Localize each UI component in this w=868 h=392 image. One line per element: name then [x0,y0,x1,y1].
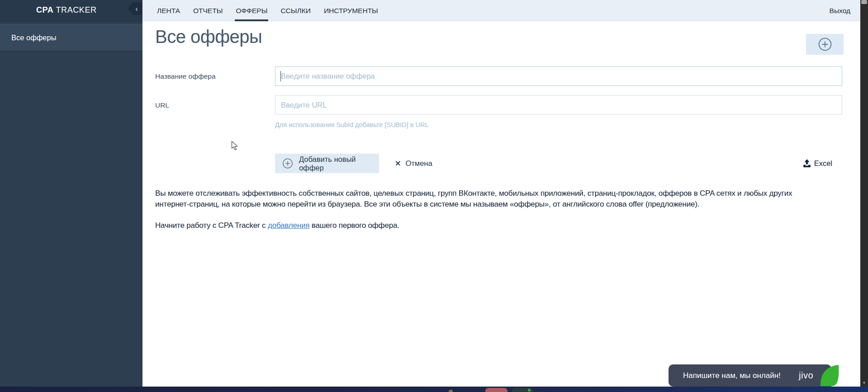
top-navigation: ЛЕНТА ОТЧЕТЫ ОФФЕРЫ ССЫЛКИ ИНСТРУМЕНТЫ В… [142,0,860,21]
tab-otchety[interactable]: ОТЧЕТЫ [192,0,223,21]
chat-widget[interactable]: Напишите нам, мы онлайн! jivo [669,364,840,387]
scroll-down-arrow-icon[interactable]: ▼ [860,381,868,385]
excel-export-button[interactable]: Excel [803,154,832,173]
submit-new-offer-button[interactable]: Добавить новый оффер [275,154,379,173]
excel-button-label: Excel [814,159,832,168]
circled-plus-icon [818,37,832,52]
start-text-after: вашего первого оффера. [309,221,399,230]
sidebar-header: CPATRACKER ‹ [0,0,142,21]
tab-lenta[interactable]: ЛЕНТА [156,0,181,21]
scrollbar-thumb[interactable] [861,0,867,4]
bottom-bar-dark-button [512,388,533,392]
url-input[interactable] [275,95,842,114]
cancel-button-label: Отмена [405,159,432,168]
mouse-cursor [231,141,239,153]
bottom-bar-red-button [485,388,508,392]
add-first-offer-link[interactable]: добавления [268,221,309,230]
leaf-icon [820,364,840,387]
chevron-left-icon: ‹ [135,5,138,13]
tab-instrumenty[interactable]: ИНСТРУМЕНТЫ [323,0,379,21]
submit-button-label: Добавить новый оффер [299,155,379,172]
text-caret [280,71,281,81]
add-offer-button[interactable] [806,34,844,55]
getting-started-text: Начните работу с CPA Tracker с добавлени… [155,221,399,230]
logout-link[interactable]: Выход [830,0,850,21]
logo-rest-text: TRACKER [56,5,96,14]
offer-name-input[interactable] [275,66,842,86]
cancel-button[interactable]: ✕ Отмена [395,154,432,173]
app-logo[interactable]: CPATRACKER [36,5,97,15]
sidebar-item-all-offers[interactable]: Все офферы [0,24,142,51]
upload-icon [803,159,811,168]
bottom-bar [0,387,868,392]
subid-hint: Для использования SubId добавьте [SUBID]… [275,121,429,128]
main-content: Все офферы Название оффера URL Для испол… [142,21,860,387]
app-window: CPATRACKER ‹ Все офферы ЛЕНТА ОТЧЕТЫ ОФФ… [0,0,868,392]
sidebar: CPATRACKER ‹ Все офферы [0,0,142,387]
tab-offery[interactable]: ОФФЕРЫ [235,0,268,21]
logo-bold-text: CPA [36,5,53,14]
close-icon: ✕ [395,159,401,168]
tab-ssylki[interactable]: ССЫЛКИ [280,0,311,21]
intro-paragraph: Вы можете отслеживать эффективность собс… [155,188,819,210]
url-label: URL [155,101,169,109]
start-text-before: Начните работу с CPA Tracker с [155,221,268,230]
vertical-scrollbar[interactable]: ▼ [860,0,868,392]
sidebar-item-label: Все офферы [11,33,57,42]
circled-plus-icon [282,158,293,169]
chat-message: Напишите нам, мы онлайн! [683,371,781,380]
jivo-logo: jivo [799,370,813,381]
page-title: Все офферы [155,27,262,47]
sidebar-collapse-button[interactable]: ‹ [128,2,142,15]
nav-tabs: ЛЕНТА ОТЧЕТЫ ОФФЕРЫ ССЫЛКИ ИНСТРУМЕНТЫ [156,0,379,21]
bottom-bar-dot [449,390,453,392]
offer-name-label: Название оффера [155,72,216,80]
